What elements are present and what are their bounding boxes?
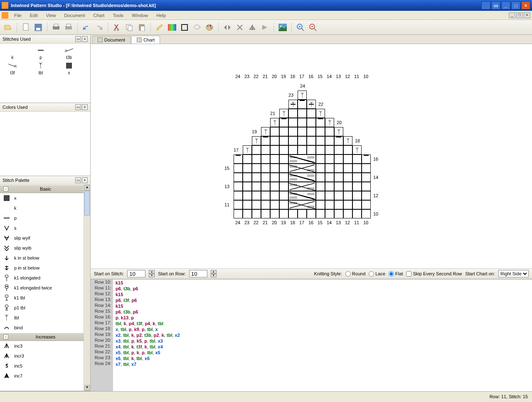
chart-cell[interactable] <box>261 191 270 200</box>
panel-close-button[interactable]: × <box>82 104 88 110</box>
chart-cell[interactable] <box>316 136 325 145</box>
stitch-palette-item[interactable]: p1 tbl <box>0 303 84 313</box>
chart-cell[interactable] <box>316 164 325 173</box>
chart-cell[interactable] <box>252 191 261 200</box>
chart-cell[interactable] <box>343 145 352 154</box>
chart-cell[interactable] <box>352 154 362 164</box>
chart-cell[interactable] <box>270 209 279 218</box>
mdi-close-button[interactable]: × <box>524 12 530 18</box>
stitch-palette-item[interactable]: k1 elongated <box>0 273 84 283</box>
panel-float-button[interactable]: ▭ <box>75 104 81 110</box>
chart-cell[interactable] <box>316 127 325 136</box>
chart-cell[interactable] <box>298 118 307 127</box>
flip-v-button[interactable] <box>234 22 245 33</box>
chart-cell[interactable] <box>270 164 279 173</box>
stitch-palette-item[interactable]: inc7 <box>0 371 84 381</box>
chart-cell[interactable] <box>279 173 288 182</box>
palette-button[interactable] <box>204 22 215 33</box>
stitch-palette-item[interactable]: k in st below <box>0 253 84 263</box>
chart-cell[interactable] <box>252 209 261 218</box>
menu-edit[interactable]: Edit <box>26 12 42 19</box>
chart-cell[interactable] <box>316 200 325 209</box>
copy-button[interactable] <box>124 22 135 33</box>
chart-cell[interactable] <box>334 154 343 164</box>
chart-cell[interactable] <box>234 154 243 164</box>
chart-cell[interactable] <box>298 145 307 154</box>
chart-cell[interactable] <box>279 182 288 191</box>
zoom-out-button[interactable] <box>308 22 318 33</box>
zoom-in-button[interactable] <box>295 22 306 33</box>
chart-cell[interactable] <box>234 200 243 209</box>
pencil-tool[interactable] <box>154 22 165 33</box>
stitch-palette-item[interactable]: 5̌inc5 <box>0 361 84 371</box>
checkbox-skip-second-row[interactable]: Skip Every Second Row <box>406 271 462 277</box>
stitch-item[interactable]: tbl <box>32 62 50 75</box>
chart-cell[interactable] <box>252 145 261 154</box>
tab-chart[interactable]: Chart <box>131 36 160 44</box>
chart-cell[interactable]: ᛉ <box>270 118 279 127</box>
collapse-icon[interactable]: − <box>3 186 8 191</box>
stitch-item[interactable]: x <box>60 62 78 75</box>
chart-cell[interactable]: ᛉ <box>325 118 334 127</box>
written-instructions[interactable]: Row 10:Row 11:Row 12:Row 13:Row 14:Row 1… <box>91 279 532 391</box>
stitch-palette-item[interactable]: ᛉtbl <box>0 313 84 323</box>
chart-cell[interactable] <box>316 182 325 191</box>
chart-cell[interactable] <box>352 164 362 173</box>
chart-cell[interactable] <box>352 173 362 182</box>
chart-cell[interactable] <box>261 182 270 191</box>
start-stitch-spinner[interactable]: ▲▼ <box>149 270 155 277</box>
start-stitch-input[interactable] <box>127 270 145 277</box>
chart-cell[interactable] <box>243 182 252 191</box>
chart-cell[interactable] <box>243 200 252 209</box>
stitch-palette-item[interactable]: bind <box>0 323 84 333</box>
chart-cell[interactable] <box>288 109 298 118</box>
chart-cell[interactable] <box>279 136 288 145</box>
save-button[interactable] <box>33 22 44 33</box>
chart-cell[interactable]: ᛉ <box>261 127 270 136</box>
chart-cell[interactable] <box>352 200 362 209</box>
chart-cell[interactable] <box>352 209 362 218</box>
chart-cell[interactable] <box>307 118 316 127</box>
chart-cell[interactable] <box>325 182 334 191</box>
chart-cell[interactable] <box>334 191 343 200</box>
maximize-button[interactable]: □ <box>511 1 520 10</box>
panel-close-button[interactable]: × <box>82 177 88 183</box>
chart-cell[interactable] <box>362 191 371 200</box>
chart-cell[interactable] <box>252 164 261 173</box>
chart-cell[interactable] <box>288 118 298 127</box>
stitch-item[interactable]: p <box>32 47 50 60</box>
stitch-palette-item[interactable]: x <box>0 193 84 203</box>
chart-cell[interactable] <box>325 136 334 145</box>
chart-cell[interactable] <box>362 200 371 209</box>
stitch-palette-item[interactable]: incr3 <box>0 351 84 361</box>
chart-cell[interactable] <box>261 173 270 182</box>
menu-tools[interactable]: Tools <box>108 12 128 19</box>
start-row-spinner[interactable]: ▲▼ <box>211 270 217 277</box>
radio-round[interactable]: Round <box>345 271 365 277</box>
chart-cell[interactable] <box>234 164 243 173</box>
menu-window[interactable]: Window <box>128 12 152 19</box>
chart-cable-cell[interactable] <box>288 154 316 164</box>
chart-cell[interactable] <box>279 191 288 200</box>
chart-cell[interactable] <box>234 182 243 191</box>
chart-cell[interactable] <box>288 145 298 154</box>
chart-cell[interactable] <box>261 145 270 154</box>
chart-cell[interactable] <box>362 209 371 218</box>
chart-canvas[interactable]: ᛉᛉᛉᛉᛉᛉᛉᛉᛉᛉᛉᛉᛉ242423232222212120201919181… <box>91 44 532 268</box>
chart-cell[interactable] <box>343 209 352 218</box>
chart-cell[interactable] <box>325 209 334 218</box>
chart-cell[interactable] <box>316 191 325 200</box>
tab-document[interactable]: Document <box>92 36 131 44</box>
chart-cell[interactable] <box>334 182 343 191</box>
stitch-item[interactable]: t3b <box>60 47 78 60</box>
chart-cell[interactable] <box>343 191 352 200</box>
menu-view[interactable]: View <box>42 12 60 19</box>
flip-h-button[interactable] <box>222 22 233 33</box>
chart-cell[interactable] <box>343 164 352 173</box>
print-button[interactable] <box>51 22 62 33</box>
chart-cell[interactable] <box>316 173 325 182</box>
palette-group-header[interactable]: −Basic <box>0 185 84 193</box>
chart-cell[interactable] <box>343 154 352 164</box>
chart-cell[interactable] <box>334 209 343 218</box>
gradient-tool[interactable] <box>167 22 177 33</box>
